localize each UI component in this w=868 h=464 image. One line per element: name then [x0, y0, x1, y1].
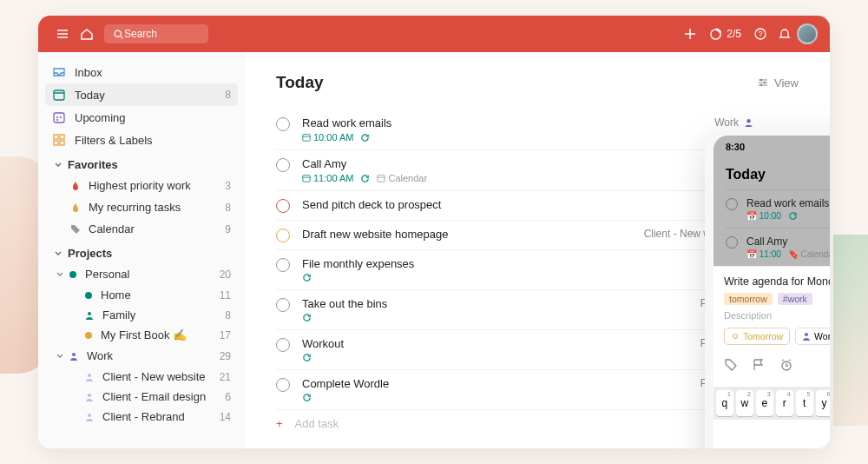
- task-title: Complete Wordle: [302, 377, 753, 390]
- sun-icon: [731, 332, 740, 341]
- phone-task[interactable]: Read work emails📅 10:00 Work 👤: [726, 189, 830, 228]
- person-icon: [85, 413, 94, 421]
- person-icon: [85, 373, 94, 381]
- task-checkbox[interactable]: [276, 338, 290, 352]
- svg-point-14: [88, 414, 91, 417]
- sidebar-subproject-family[interactable]: Family8: [45, 305, 238, 325]
- app-window: 2/5 ? Inbox Today 8 Upcoming Filters & L…: [38, 16, 830, 448]
- sidebar-project-work[interactable]: Work29: [45, 345, 238, 367]
- home-icon[interactable]: [75, 22, 99, 46]
- search-input[interactable]: [104, 24, 208, 43]
- svg-point-32: [733, 335, 738, 339]
- sidebar-subproject-book[interactable]: My First Book ✍️17: [45, 325, 238, 345]
- topbar: 2/5 ?: [38, 16, 830, 52]
- svg-point-19: [746, 119, 750, 123]
- sliders-icon: [757, 76, 769, 89]
- task-row[interactable]: Take out the binsPersonal: [276, 290, 753, 330]
- sidebar-subproject-home[interactable]: Home11: [45, 285, 238, 305]
- projects-header[interactable]: Projects: [45, 240, 238, 263]
- task-title: Call Amy: [302, 157, 753, 170]
- task-checkbox[interactable]: [276, 229, 290, 242]
- key-w[interactable]: 2w: [736, 390, 753, 416]
- filters-icon: [52, 133, 66, 147]
- task-row[interactable]: Read work emails10:00 AMWork: [276, 109, 753, 150]
- chevron-down-icon: [54, 270, 66, 279]
- flame-icon: [69, 181, 82, 191]
- svg-rect-8: [54, 141, 58, 145]
- sidebar-item-inbox[interactable]: Inbox: [45, 61, 238, 83]
- view-button[interactable]: View: [757, 76, 799, 89]
- notifications-icon[interactable]: [773, 22, 797, 46]
- help-icon[interactable]: ?: [748, 22, 773, 46]
- svg-point-16: [764, 82, 766, 84]
- sidebar-project-personal[interactable]: Personal20: [45, 263, 238, 285]
- task-checkbox[interactable]: [276, 258, 290, 272]
- key-e[interactable]: 3e: [756, 390, 773, 416]
- sidebar: Inbox Today 8 Upcoming Filters & Labels …: [38, 52, 245, 448]
- task-title: File monthly expenses: [302, 257, 753, 270]
- compose-title[interactable]: Write agenda for Monday's meeting: [724, 275, 830, 288]
- opt-work[interactable]: Work: [795, 328, 830, 345]
- person-icon: [85, 393, 94, 401]
- chip-tomorrow[interactable]: tomorrow: [724, 293, 773, 305]
- chevron-down-icon: [54, 352, 66, 361]
- task-row[interactable]: Draft new website homepageClient - New w…: [276, 221, 753, 250]
- person-icon: [802, 332, 811, 341]
- task-checkbox[interactable]: [276, 117, 290, 131]
- svg-point-17: [760, 84, 763, 87]
- svg-rect-20: [303, 176, 310, 182]
- sidebar-item-upcoming[interactable]: Upcoming: [45, 106, 238, 129]
- svg-rect-7: [60, 135, 64, 139]
- sidebar-item-recurring[interactable]: My recurring tasks8: [45, 196, 238, 218]
- compose-description[interactable]: Description: [724, 310, 830, 321]
- svg-rect-21: [378, 176, 385, 182]
- task-row[interactable]: File monthly expensesWork: [276, 250, 753, 290]
- sidebar-item-today[interactable]: Today 8: [45, 83, 238, 106]
- svg-text:?: ?: [758, 30, 762, 38]
- avatar[interactable]: [797, 23, 818, 44]
- keyboard[interactable]: 1q2w3e4r5t6y7u8i9o0p: [713, 387, 830, 420]
- alarm-icon[interactable]: [779, 358, 793, 372]
- add-button[interactable]: [678, 22, 702, 46]
- chevron-down-icon: [52, 249, 64, 258]
- svg-point-33: [805, 333, 808, 336]
- chip-work[interactable]: #work: [778, 293, 812, 305]
- key-t[interactable]: 5t: [796, 390, 813, 416]
- task-row[interactable]: Call Amy11:00 AM CalendarWork: [276, 150, 753, 191]
- phone-title: Today: [726, 167, 766, 182]
- sidebar-item-highest-priority[interactable]: Highest priority work3: [45, 175, 238, 196]
- key-q[interactable]: 1q: [716, 390, 733, 416]
- sidebar-item-filters[interactable]: Filters & Labels: [45, 129, 238, 151]
- sidebar-subproject-client-rebrand[interactable]: Client - Rebrand14: [45, 407, 238, 427]
- sidebar-subproject-client-website[interactable]: Client - New website21: [45, 367, 238, 387]
- sidebar-item-calendar[interactable]: Calendar9: [45, 218, 238, 240]
- flag-icon[interactable]: [752, 358, 766, 372]
- favorites-header[interactable]: Favorites: [45, 151, 238, 175]
- task-checkbox[interactable]: [276, 378, 290, 392]
- svg-point-13: [88, 394, 91, 397]
- task-checkbox[interactable]: [276, 158, 290, 172]
- key-r[interactable]: 4r: [776, 390, 793, 416]
- person-icon: [85, 311, 94, 320]
- task-checkbox[interactable]: [276, 298, 290, 312]
- recur-icon: [360, 174, 370, 183]
- phone-task[interactable]: Call Amy📅 11:00🔖 Calendar Work 👤: [726, 228, 830, 266]
- add-task[interactable]: +Add task: [276, 410, 753, 437]
- key-y[interactable]: 6y: [816, 390, 831, 416]
- page-title: Today: [276, 73, 324, 92]
- task-checkbox[interactable]: [276, 199, 290, 213]
- task-row[interactable]: WorkoutPersonal: [276, 330, 753, 370]
- svg-rect-9: [60, 141, 64, 145]
- svg-rect-4: [54, 90, 64, 100]
- task-row[interactable]: Complete WordlePersonal: [276, 370, 753, 410]
- opt-tomorrow[interactable]: Tomorrow: [724, 328, 790, 345]
- svg-rect-5: [54, 113, 64, 123]
- sidebar-subproject-client-email[interactable]: Client - Email design6: [45, 387, 238, 407]
- task-row[interactable]: Send pitch deck to prospectWork: [276, 191, 753, 221]
- svg-point-11: [72, 353, 76, 356]
- menu-icon[interactable]: [50, 22, 75, 46]
- flame-icon: [69, 202, 82, 213]
- productivity-counter[interactable]: 2/5: [709, 28, 741, 41]
- recur-icon: [360, 133, 370, 143]
- label-icon[interactable]: [724, 358, 738, 372]
